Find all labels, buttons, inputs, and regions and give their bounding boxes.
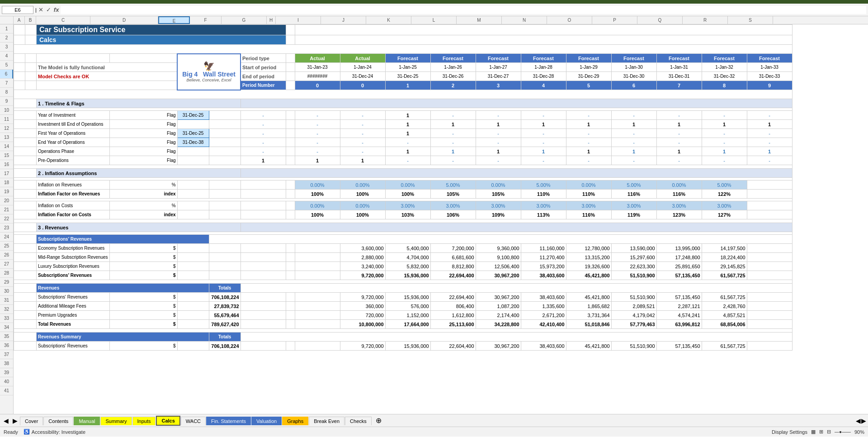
row-31: Luxury Subscription Revenues $ 3,240,000…: [14, 262, 793, 271]
row-34: Revenues Totals: [14, 284, 793, 293]
formula-bar: | ✕ ✓ fx: [0, 4, 868, 16]
row-3: [14, 45, 793, 54]
subtitle-cell: Calcs: [37, 35, 286, 45]
col-J[interactable]: J: [321, 16, 366, 24]
col-C[interactable]: C: [36, 16, 90, 24]
app-top-bar: [0, 0, 868, 4]
main-table: Car Subscription Service Calcs: [14, 24, 793, 351]
row-14: End Year of Operations Flag 31-Dec-38 - …: [14, 138, 793, 147]
row-11: Year of Investment Flag 31-Dec-25 - - - …: [14, 111, 793, 120]
cancel-formula[interactable]: ✕: [38, 6, 43, 13]
tab-checks[interactable]: Checks: [345, 417, 372, 425]
accessibility-icon: ♿: [24, 429, 30, 435]
row-16: Pre-Operations Flag 1 1 1 - - - - - -: [14, 156, 793, 165]
row-26: 3 . Revenues: [14, 223, 793, 232]
row-1: Car Subscription Service: [14, 25, 793, 35]
tab-valuation[interactable]: Valuation: [251, 417, 282, 425]
row-32: Subscriptions' Revenues $ 9,720,000 15,9…: [14, 271, 793, 280]
formula-divider: |: [35, 7, 37, 13]
tab-bar: ◀ ▶ Cover Contents Manual Summary Inputs…: [0, 414, 868, 427]
name-box[interactable]: [2, 6, 33, 14]
col-A[interactable]: A: [14, 16, 25, 24]
row-15: Operations Phase Flag - - - 1 1 1 1 1 1: [14, 147, 793, 156]
sheet-content[interactable]: Car Subscription Service Calcs: [14, 24, 868, 414]
row-35: Subscriptions' Revenues $ 706,108,224 9,…: [14, 293, 793, 302]
row-39: [14, 329, 793, 332]
col-E[interactable]: E: [158, 16, 190, 24]
row-numbers: 1 2 3 4 5 6 7 8 9 10 11 12 13 14 15 16 1…: [0, 24, 14, 414]
row-24: Inflation Factor on Costs index 100% 100…: [14, 210, 793, 219]
display-settings[interactable]: Display Settings: [772, 429, 807, 435]
row-12: Investment till End of Operations Flag -…: [14, 120, 793, 129]
row-30: Mid-Range Subscription Revenues $ 2,880,…: [14, 253, 793, 262]
tab-break-even[interactable]: Break Even: [309, 417, 344, 425]
row-37: Premium Upgrades $ 55,679,464 720,000 1,…: [14, 311, 793, 320]
add-sheet[interactable]: ⊕: [374, 416, 383, 425]
tab-fin-statements[interactable]: Fin. Statements: [206, 417, 251, 425]
tab-scroll-left[interactable]: ◀: [2, 417, 10, 424]
row-7: Period Number 0 0 1 2 3 4 5 6 7 8 9: [14, 81, 793, 90]
row-29: Economy Subscription Revenues $ 3,600,00…: [14, 244, 793, 253]
title-cell: Car Subscription Service: [37, 25, 286, 35]
col-G[interactable]: G: [222, 16, 267, 24]
page-layout-icon[interactable]: ⊞: [819, 429, 823, 435]
row-21: Inflation Factor on Revenues index 100% …: [14, 190, 793, 199]
tab-graphs[interactable]: Graphs: [282, 417, 308, 425]
tab-summary[interactable]: Summary: [100, 417, 132, 425]
status-bar: Ready ♿ Accessibility: Investigate Displ…: [0, 427, 868, 437]
col-H[interactable]: H: [267, 16, 276, 24]
sheet-nav-left[interactable]: ◀: [856, 417, 861, 424]
sheet-nav-right[interactable]: ▶: [861, 417, 866, 424]
col-N[interactable]: N: [502, 16, 547, 24]
row-5: The Model is fully functional Start of p…: [14, 63, 793, 72]
row-18: 2 . Inflation Assumptions: [14, 169, 793, 178]
col-P[interactable]: P: [592, 16, 637, 24]
col-M[interactable]: M: [457, 16, 502, 24]
col-K[interactable]: K: [366, 16, 411, 24]
tab-calcs[interactable]: Calcs: [156, 416, 180, 426]
row-23: Inflation on Costs % 0.00% 0.00% 3.00% 3…: [14, 201, 793, 210]
col-O[interactable]: O: [547, 16, 592, 24]
zoom-level: 90%: [854, 429, 864, 435]
formula-controls: ✕ ✓ fx: [38, 6, 59, 13]
col-D[interactable]: D: [90, 16, 158, 24]
row-2: Calcs: [14, 35, 793, 45]
col-Q[interactable]: Q: [637, 16, 683, 24]
formula-input[interactable]: [61, 6, 866, 14]
row-36: Additional Mileage Fees $ 27,839,732 360…: [14, 302, 793, 311]
accessibility-status[interactable]: ♿ Accessibility: Investigate: [24, 429, 85, 435]
row-4: 🦅 Big 4 Wall Street Believe, Conceive, E…: [14, 54, 793, 63]
row-num-header: [0, 16, 14, 24]
row-40: Revenues Summary Totals: [14, 332, 793, 342]
insert-function[interactable]: fx: [54, 6, 59, 13]
logo-cell: 🦅 Big 4 Wall Street Believe, Conceive, E…: [177, 54, 241, 90]
tab-manual[interactable]: Manual: [74, 417, 100, 425]
row-13: First Year of Operations Flag 31-Dec-25 …: [14, 129, 793, 138]
row-25: [14, 219, 793, 223]
row-20: Inflation on Revenues % 0.00% 0.00% 0.00…: [14, 180, 793, 190]
tab-cover[interactable]: Cover: [20, 417, 43, 425]
column-headers: A B C D E F G H I J K L M N O P Q R S: [0, 16, 868, 24]
col-F[interactable]: F: [190, 16, 222, 24]
row-6: Model Checks are OK End of period ######…: [14, 72, 793, 81]
col-S[interactable]: S: [728, 16, 773, 24]
ready-status: Ready: [4, 429, 18, 435]
row-41: Subscriptions' Revenues $ 706,108,224 9,…: [14, 342, 793, 351]
tab-contents[interactable]: Contents: [43, 417, 73, 425]
col-B[interactable]: B: [25, 16, 36, 24]
confirm-formula[interactable]: ✓: [46, 6, 51, 13]
normal-view-icon[interactable]: ▦: [811, 429, 816, 435]
col-L[interactable]: L: [411, 16, 457, 24]
col-I[interactable]: I: [276, 16, 321, 24]
row-17: [14, 165, 793, 169]
page-break-icon[interactable]: ⊟: [827, 429, 831, 435]
year-investment-cell[interactable]: 31-Dec-25: [177, 111, 209, 120]
tab-wacc[interactable]: WACC: [181, 417, 206, 425]
tab-inputs[interactable]: Inputs: [132, 417, 156, 425]
row-8: [14, 90, 793, 99]
row-28: Subscriptions' Revenues: [14, 235, 793, 244]
col-R[interactable]: R: [683, 16, 728, 24]
tab-scroll-right[interactable]: ▶: [11, 417, 19, 424]
row-38: Total Revenues $ 789,627,420 10,800,000 …: [14, 320, 793, 329]
zoom-slider[interactable]: —●——: [835, 429, 851, 434]
